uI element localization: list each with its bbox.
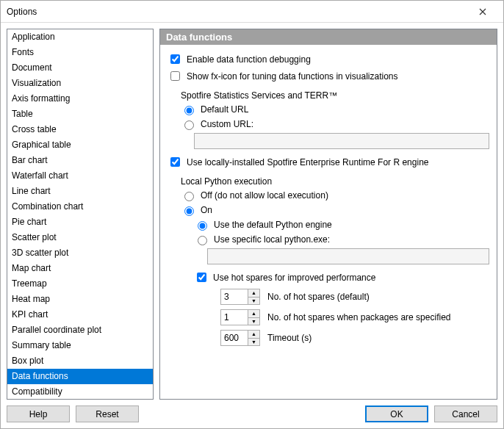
category-item[interactable]: Parallel coordinate plot [7,322,153,338]
spinner-arrows: ▲ ▼ [248,310,259,325]
spinner-arrows: ▲ ▼ [248,331,259,345]
category-item[interactable]: Data functions [7,369,153,384]
chevron-up-icon[interactable]: ▲ [248,289,259,298]
chevron-down-icon[interactable]: ▼ [248,298,259,305]
chevron-down-icon[interactable]: ▼ [248,339,259,346]
hot-spares-pkg-label: No. of hot spares when packages are spec… [267,312,450,322]
custom-url-radio[interactable] [184,120,194,130]
category-item[interactable]: Table [7,107,153,122]
python-off-radio[interactable] [184,192,194,201]
category-item[interactable]: Waterfall chart [7,168,153,184]
category-item[interactable]: Visualization [7,76,153,91]
category-item[interactable]: KPI chart [7,307,153,322]
default-url-label[interactable]: Default URL [201,104,248,115]
spinner-arrows: ▲ ▼ [248,289,259,304]
category-item[interactable]: Scatter plot [7,230,153,245]
enable-debugging-label[interactable]: Enable data function debugging [187,54,311,65]
timeout-spinner[interactable]: ▲ ▼ [220,330,260,346]
category-list[interactable]: ApplicationFontsDocumentVisualizationAxi… [7,29,154,400]
python-exe-input[interactable] [207,248,489,264]
hot-spares-row: Use hot spares for improved performance [194,270,489,284]
custom-url-input[interactable] [194,133,489,149]
hot-spares-pkg-row: ▲ ▼ No. of hot spares when packages are … [220,309,489,325]
show-fx-label[interactable]: Show fx-icon for tuning data functions i… [187,71,398,82]
hot-spares-pkg-input[interactable] [221,310,248,325]
python-specific-engine-row: Use specific local python.exe: [194,234,489,245]
python-off-row: Off (do not allow local execution) [181,190,489,201]
category-item[interactable]: Line chart [7,184,153,199]
hot-spares-default-label: No. of hot spares (default) [267,292,370,302]
category-item[interactable]: Box plot [7,353,153,369]
panel-title: Data functions [160,29,497,45]
python-specific-engine-radio[interactable] [198,236,207,245]
dialog-button-row: OK Cancel [159,400,497,422]
cancel-button[interactable]: Cancel [434,405,497,422]
category-item[interactable]: Fonts [7,45,153,60]
left-button-row: Help Reset [7,404,154,422]
settings-panel: Data functions Enable data function debu… [159,29,497,400]
chevron-down-icon[interactable]: ▼ [248,318,259,325]
category-item[interactable]: Cross table [7,122,153,137]
timeout-label: Timeout (s) [267,333,312,343]
enable-debugging-row: Enable data function debugging [168,52,489,66]
timeout-row: ▲ ▼ Timeout (s) [220,330,489,346]
python-on-label[interactable]: On [201,205,212,215]
show-fx-row: Show fx-icon for tuning data functions i… [168,69,489,83]
titlebar: Options [1,1,503,23]
python-group-label: Local Python execution [181,176,489,187]
hot-spares-pkg-spinner[interactable]: ▲ ▼ [220,309,260,325]
help-button[interactable]: Help [7,405,70,422]
use-local-terr-checkbox[interactable] [170,157,180,167]
hot-spares-default-spinner[interactable]: ▲ ▼ [220,289,260,305]
chevron-up-icon[interactable]: ▲ [248,331,259,339]
hot-spares-default-input[interactable] [221,289,248,304]
use-local-terr-label[interactable]: Use locally-installed Spotfire Enterpris… [187,157,428,167]
ok-button[interactable]: OK [365,405,428,422]
category-item[interactable]: Bar chart [7,153,153,168]
panel-body: Enable data function debugging Show fx-i… [160,45,497,399]
python-default-engine-label[interactable]: Use the default Python engine [214,220,332,230]
close-icon [479,8,486,15]
chevron-up-icon[interactable]: ▲ [248,310,259,318]
category-item[interactable]: Summary table [7,338,153,353]
python-specific-engine-label[interactable]: Use specific local python.exe: [214,234,330,245]
category-item[interactable]: Map chart [7,261,153,276]
python-on-radio[interactable] [184,206,194,216]
category-item[interactable]: Axis formatting [7,91,153,107]
stats-services-group-label: Spotfire Statistics Services and TERR™ [181,90,489,101]
category-item[interactable]: Graphical table [7,137,153,153]
category-item[interactable]: 3D scatter plot [7,245,153,261]
options-dialog: Options ApplicationFontsDocumentVisualiz… [0,0,504,429]
custom-url-label[interactable]: Custom URL: [201,119,253,129]
python-specific-input-row [207,248,489,264]
hot-spares-default-row: ▲ ▼ No. of hot spares (default) [220,289,489,305]
close-button[interactable] [468,1,497,22]
left-column: ApplicationFontsDocumentVisualizationAxi… [7,29,154,422]
window-title: Options [7,7,468,17]
category-item[interactable]: Treemap [7,276,153,292]
default-url-radio[interactable] [184,106,194,115]
dialog-body: ApplicationFontsDocumentVisualizationAxi… [1,23,503,428]
python-on-row: On [181,204,489,216]
reset-button[interactable]: Reset [76,405,139,422]
hot-spares-checkbox[interactable] [197,273,206,282]
right-column: Data functions Enable data function debu… [159,29,497,422]
custom-url-input-row [194,133,489,149]
category-item[interactable]: Application [7,29,153,45]
show-fx-checkbox[interactable] [170,71,180,81]
category-item[interactable]: Heat map [7,292,153,307]
category-item[interactable]: Combination chart [7,199,153,214]
python-default-engine-radio[interactable] [198,221,207,231]
hot-spares-label[interactable]: Use hot spares for improved performance [213,273,375,283]
category-item[interactable]: Document [7,60,153,76]
timeout-input[interactable] [221,331,248,345]
python-default-engine-row: Use the default Python engine [194,219,489,231]
default-url-row: Default URL [181,104,489,115]
use-local-terr-row: Use locally-installed Spotfire Enterpris… [168,155,489,169]
category-item[interactable]: Pie chart [7,214,153,230]
category-item[interactable]: Compatibility [7,384,153,400]
enable-debugging-checkbox[interactable] [170,54,180,64]
python-off-label[interactable]: Off (do not allow local execution) [201,190,328,201]
custom-url-row: Custom URL: [181,118,489,130]
